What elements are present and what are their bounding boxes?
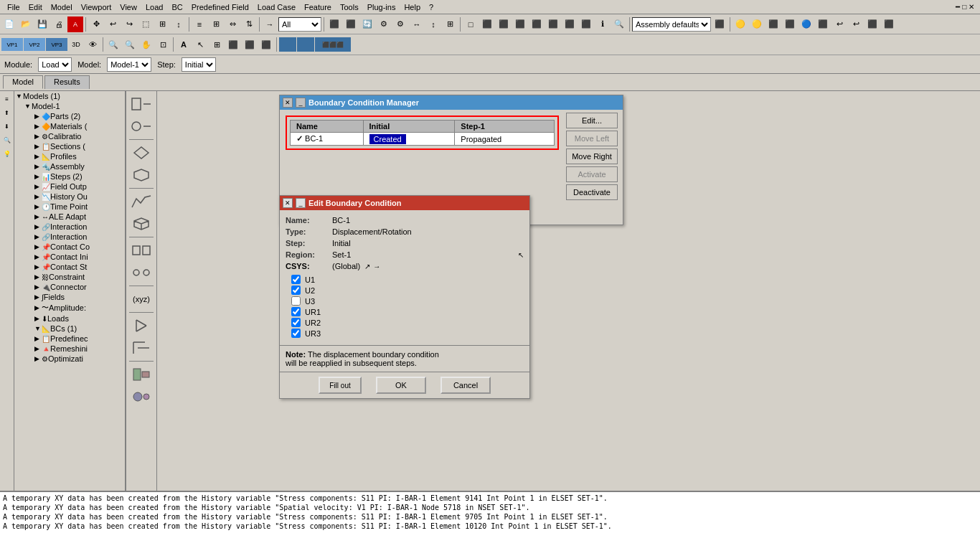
tab-results[interactable]: Results xyxy=(44,75,90,89)
tb8[interactable]: ⚙ xyxy=(376,16,392,32)
text-btn[interactable]: A xyxy=(176,37,192,52)
rv10[interactable] xyxy=(128,316,155,336)
cursor-btn[interactable]: ↖ xyxy=(192,37,208,52)
swap-btn[interactable]: ⇅ xyxy=(241,16,257,32)
bc-manager-close-btn[interactable]: ✕ xyxy=(283,98,293,108)
rv2[interactable] xyxy=(128,116,155,136)
model-select[interactable]: Model-1 xyxy=(107,57,151,72)
tree-bcs[interactable]: ▼ 📐 BCs (1) xyxy=(14,324,125,334)
vp3[interactable]: VP3 xyxy=(46,38,67,51)
csys-arrow-icon[interactable]: → xyxy=(373,263,380,270)
menu-viewport[interactable]: Viewport xyxy=(77,2,116,12)
u3-checkbox[interactable] xyxy=(291,296,301,306)
tree-profiles[interactable]: ▶ 📐 Profiles xyxy=(14,151,125,161)
tree-interactions1[interactable]: ▶ 🔗 Interaction xyxy=(14,222,125,232)
menu-load[interactable]: Load xyxy=(141,2,167,12)
tb9[interactable]: ⚙ xyxy=(392,16,408,32)
menu-model[interactable]: Model xyxy=(47,2,77,12)
tb28[interactable]: 🔵 xyxy=(798,16,814,32)
anno2-btn[interactable]: ⬛ xyxy=(242,37,258,52)
assembly-select[interactable]: Assembly defaults xyxy=(632,17,711,32)
vp1[interactable]: VP1 xyxy=(1,38,23,51)
rv9[interactable]: (xyz) xyxy=(128,289,155,309)
csys-edit-icon[interactable]: ↗ xyxy=(364,263,370,270)
rv5[interactable] xyxy=(128,192,155,212)
table-row[interactable]: ✓ BC-1 Created Propagated xyxy=(291,133,555,146)
new-btn[interactable]: 📄 xyxy=(1,16,17,32)
tree-materials[interactable]: ▶ 🔶 Materials ( xyxy=(14,121,125,131)
zoom-in-btn[interactable]: 🔍 xyxy=(105,37,121,52)
tree-time-points[interactable]: ▶ 🕐 Time Point xyxy=(14,202,125,212)
ur2-checkbox[interactable] xyxy=(291,318,301,327)
tb10[interactable]: ↔ xyxy=(409,16,425,32)
menu-load-case[interactable]: Load Case xyxy=(253,2,300,12)
menu-edit[interactable]: Edit xyxy=(24,2,47,12)
vt4[interactable]: 🔍 xyxy=(1,133,14,146)
tb11[interactable]: ↕ xyxy=(425,16,441,32)
tree-loads[interactable]: ▶ ⬇ Loads xyxy=(14,313,125,324)
redo-btn[interactable]: ↪ xyxy=(121,16,137,32)
cancel-btn[interactable]: Cancel xyxy=(440,377,491,394)
tree-models[interactable]: ▼ Models (1) xyxy=(14,91,125,101)
u2-checkbox[interactable] xyxy=(291,286,301,295)
rv7[interactable] xyxy=(128,240,155,260)
tb17[interactable]: ⬛ xyxy=(529,16,545,32)
open-btn[interactable]: 📂 xyxy=(18,16,34,32)
tree-sections[interactable]: ▶ 📋 Sections ( xyxy=(14,141,125,151)
tree-field-output[interactable]: ▶ 📈 Field Outp xyxy=(14,181,125,192)
menu-tools[interactable]: Tools xyxy=(336,2,363,12)
tree-parts[interactable]: ▶ 🔷 Parts (2) xyxy=(14,111,125,121)
tb22[interactable]: 🔍 xyxy=(611,16,627,32)
rotate-btn[interactable]: ↕ xyxy=(171,16,187,32)
tb26[interactable]: ⬛ xyxy=(765,16,781,32)
menu-plugins[interactable]: Plug-ins xyxy=(363,2,400,12)
tb19[interactable]: ⬛ xyxy=(562,16,578,32)
fit-btn[interactable]: ⊡ xyxy=(155,37,171,52)
rv11[interactable] xyxy=(128,338,155,358)
deactivate-btn[interactable]: Deactivate xyxy=(566,184,618,200)
rv3[interactable] xyxy=(128,143,155,163)
list-btn[interactable]: ≡ xyxy=(192,16,207,32)
view3d[interactable]: 3D xyxy=(68,37,84,52)
vt5[interactable]: 💡 xyxy=(1,147,14,160)
print-btn[interactable]: 🖨 xyxy=(51,16,67,32)
menu-file[interactable]: File xyxy=(3,2,24,12)
menu-help[interactable]: Help xyxy=(400,2,425,12)
view-eye[interactable]: 👁 xyxy=(85,37,100,52)
module-select[interactable]: Load xyxy=(38,57,72,72)
u1-checkbox[interactable] xyxy=(291,275,301,284)
region-cursor-icon[interactable]: ↖ xyxy=(518,251,524,259)
rv1[interactable] xyxy=(128,94,155,114)
rv4[interactable] xyxy=(128,165,155,185)
tree-contact-co[interactable]: ▶ 📌 Contact Co xyxy=(14,242,125,252)
move2-btn[interactable]: ⇔ xyxy=(225,16,240,32)
tb16[interactable]: ⬛ xyxy=(512,16,528,32)
tree-interactions2[interactable]: ▶ 🔗 Interaction xyxy=(14,232,125,242)
edit-btn[interactable]: Edit... xyxy=(566,113,618,128)
rv13[interactable] xyxy=(128,387,155,407)
pan-btn[interactable]: ✋ xyxy=(138,37,154,52)
fill-out-btn[interactable]: Fill out xyxy=(319,377,362,394)
zoom-out-btn[interactable]: 🔍 xyxy=(122,37,138,52)
tree-contact-ini[interactable]: ▶ 📌 Contact Ini xyxy=(14,252,125,262)
menu-bc[interactable]: BC xyxy=(167,2,187,12)
tb23[interactable]: ⬛ xyxy=(712,16,727,32)
arrow-btn[interactable]: → xyxy=(262,16,278,32)
move-btn[interactable]: ✥ xyxy=(88,16,104,32)
step-select[interactable]: Initial xyxy=(182,57,216,72)
odb1[interactable] xyxy=(279,37,296,52)
tree-optimization[interactable]: ▶ ⚙ Optimizati xyxy=(14,354,125,364)
tree-steps[interactable]: ▶ 📊 Steps (2) xyxy=(14,171,125,181)
tb21[interactable]: ℹ xyxy=(595,16,611,32)
tree-amplitudes[interactable]: ▶ 〜 Amplitude: xyxy=(14,302,125,313)
bc-manager-minimize-btn[interactable]: _ xyxy=(296,98,306,108)
menu-predefined-field[interactable]: Predefined Field xyxy=(187,2,253,12)
tb24[interactable]: 🟡 xyxy=(732,16,748,32)
edit-bc-minimize-btn[interactable]: _ xyxy=(296,198,306,208)
activate-btn[interactable]: Activate xyxy=(566,166,618,182)
odb2[interactable] xyxy=(297,37,314,52)
vt1[interactable]: ≡ xyxy=(1,93,14,105)
tree-model1[interactable]: ▼ Model-1 xyxy=(14,101,125,111)
vt3[interactable]: ⬇ xyxy=(1,120,14,133)
tb31[interactable]: ↩ xyxy=(848,16,864,32)
